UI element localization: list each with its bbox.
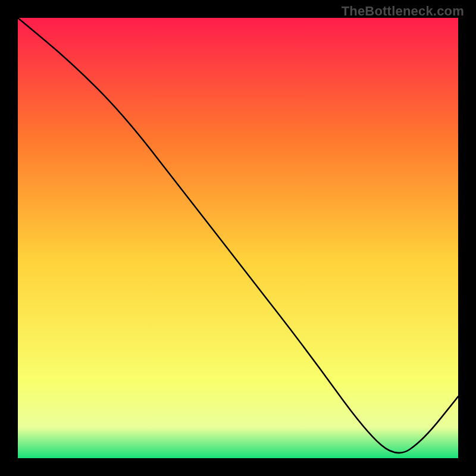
- plot-area: [18, 18, 458, 458]
- gradient-background: [18, 18, 458, 458]
- watermark-text: TheBottleneck.com: [342, 4, 464, 19]
- plot-svg: [18, 18, 458, 458]
- chart-frame: TheBottleneck.com: [0, 0, 476, 476]
